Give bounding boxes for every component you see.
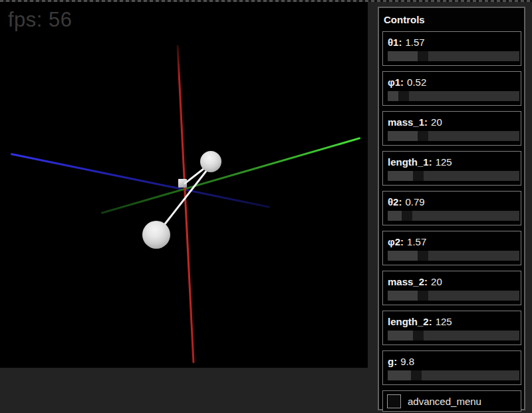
slider-thumb[interactable] [418, 291, 428, 301]
slider-thumb[interactable] [418, 251, 428, 261]
slider-name: mass_2: [388, 276, 428, 287]
slider-name: θ2: [388, 196, 402, 207]
controls-panel: Controls θ1:1.57 φ1:0.52 mass_1:20 lengt… [378, 7, 525, 410]
slider-value: 1.57 [407, 236, 426, 247]
slider-box-theta1: θ1:1.57 [382, 31, 521, 66]
slider-box-g: g:9.8 [382, 350, 521, 385]
slider-name: φ2: [388, 236, 404, 247]
phi1-slider[interactable] [388, 91, 519, 101]
slider-label: length_1:125 [388, 156, 517, 168]
slider-thumb[interactable] [418, 51, 428, 61]
slider-thumb[interactable] [413, 171, 424, 181]
panel-title: Controls [379, 8, 524, 31]
slider-label: θ2:0.79 [388, 196, 517, 207]
slider-thumb[interactable] [411, 370, 422, 380]
pendulum-mass-1 [200, 151, 221, 172]
slider-name: φ1: [388, 76, 404, 88]
slider-box-theta2: θ2:0.79 [382, 191, 521, 225]
slider-thumb[interactable] [398, 91, 409, 101]
mass2-slider[interactable] [388, 291, 519, 301]
slider-name: θ1: [388, 37, 402, 48]
slider-thumb[interactable] [413, 331, 424, 341]
slider-value: 1.57 [405, 37, 424, 48]
simulation-canvas[interactable]: fps: 56 [0, 2, 368, 368]
slider-value: 0.79 [405, 196, 424, 207]
slider-label: φ2:1.57 [388, 236, 517, 247]
slider-name: mass_1: [388, 116, 428, 128]
slider-value: 125 [436, 156, 452, 168]
slider-box-mass1: mass_1:20 [382, 111, 521, 146]
z-axis-blue [11, 153, 271, 208]
slider-label: mass_2:20 [388, 276, 517, 287]
slider-thumb[interactable] [402, 211, 412, 221]
slider-value: 0.52 [407, 76, 426, 88]
slider-box-length2: length_2:125 [382, 311, 521, 345]
slider-label: mass_1:20 [388, 116, 517, 128]
slider-label: φ1:0.52 [388, 76, 517, 88]
g-slider[interactable] [388, 370, 519, 380]
theta1-slider[interactable] [388, 51, 519, 61]
mass1-slider[interactable] [388, 131, 519, 141]
advanced-menu-row: advanced_menu [382, 390, 521, 412]
slider-box-mass2: mass_2:20 [382, 271, 521, 305]
advanced-menu-label: advanced_menu [408, 396, 481, 407]
slider-name: g: [388, 356, 397, 367]
x-axis-green [101, 137, 361, 214]
slider-name: length_1: [388, 156, 432, 168]
slider-name: length_2: [388, 316, 432, 327]
advanced-menu-checkbox[interactable] [387, 394, 401, 408]
slider-box-phi2: φ2:1.57 [382, 231, 521, 265]
pendulum-mass-2 [142, 221, 170, 249]
slider-value: 125 [436, 316, 452, 327]
fps-counter: fps: 56 [8, 9, 72, 31]
slider-value: 20 [431, 116, 442, 128]
slider-box-length1: length_1:125 [382, 151, 521, 186]
theta2-slider[interactable] [388, 211, 519, 221]
slider-box-phi1: φ1:0.52 [382, 71, 521, 106]
length1-slider[interactable] [388, 171, 519, 181]
slider-value: 20 [431, 276, 442, 287]
length2-slider[interactable] [388, 331, 519, 341]
slider-thumb[interactable] [418, 131, 428, 141]
slider-label: length_2:125 [388, 316, 517, 327]
phi2-slider[interactable] [388, 251, 519, 261]
slider-label: g:9.8 [388, 356, 517, 367]
slider-label: θ1:1.57 [388, 37, 517, 48]
slider-value: 9.8 [400, 356, 414, 367]
